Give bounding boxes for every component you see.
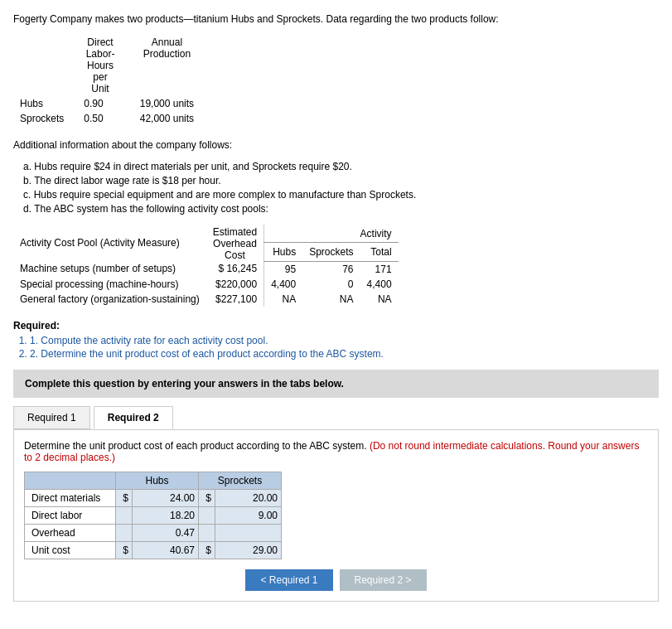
hubs-col-header: Hubs — [116, 472, 199, 489]
dm-hubs-value[interactable] — [133, 489, 199, 506]
oh-label: Overhead — [25, 524, 116, 541]
activity-row-1-sprockets: 0 — [302, 277, 360, 292]
intro-text: Fogerty Company makes two products—titan… — [13, 13, 659, 25]
activity-row-1-total: 4,400 — [360, 277, 399, 292]
required-item-2: 2. Determine the unit product cost of ea… — [30, 348, 659, 360]
activity-row-0-cost: $ 16,245 — [206, 261, 264, 277]
activity-row-0-hubs: 95 — [264, 261, 303, 277]
uc-label: Unit cost — [25, 541, 116, 559]
tabs-bar: Required 1 Required 2 — [13, 406, 659, 429]
dlh-header: DirectLabor-HoursperUnit — [84, 36, 116, 94]
tab-content-required-2: Determine the unit product cost of each … — [13, 429, 659, 602]
uc-hubs-value[interactable] — [133, 541, 199, 559]
complete-box-text: Complete this question by entering your … — [25, 378, 344, 389]
result-table: Hubs Sprockets Direct materials $ $ Dire… — [24, 472, 282, 559]
sprockets-col-header: Sprockets — [199, 472, 282, 489]
required-title: Required: — [13, 320, 659, 331]
dl-sprockets-dollar — [199, 506, 215, 524]
tab-required-1[interactable]: Required 1 — [13, 406, 90, 429]
dl-hubs-input[interactable] — [145, 510, 195, 521]
oh-hubs-input[interactable] — [145, 527, 195, 539]
sprockets-label: Sprockets — [13, 111, 77, 126]
oh-sprockets-input[interactable] — [228, 527, 278, 539]
info-item-d: d. The ABC system has the following acti… — [23, 203, 659, 215]
oh-hubs-value[interactable] — [133, 524, 199, 541]
production-header: AnnualProduction — [140, 36, 194, 60]
dm-sprockets-input[interactable] — [228, 492, 278, 504]
dm-label: Direct materials — [25, 489, 116, 506]
required-item-1: 1. Compute the activity rate for each ac… — [30, 335, 659, 346]
info-item-b: b. The direct labor wage rate is $18 per… — [23, 175, 659, 186]
uc-sprockets-dollar: $ — [199, 541, 215, 559]
activity-row-2-name: General factory (organization-sustaining… — [13, 292, 206, 307]
activity-row-2-total: NA — [360, 292, 399, 307]
next-button[interactable]: Required 2 > — [340, 569, 427, 591]
info-item-c: c. Hubs require special equipment and ar… — [23, 189, 659, 201]
activity-row-2-hubs: NA — [264, 292, 303, 307]
uc-hubs-dollar: $ — [116, 541, 133, 559]
hubs-label: Hubs — [13, 96, 77, 111]
sprockets-col-header: Sprockets — [302, 243, 360, 261]
nav-buttons: < Required 1 Required 2 > — [24, 569, 648, 591]
dl-label: Direct labor — [25, 506, 116, 524]
dm-hubs-input[interactable] — [145, 492, 195, 504]
uc-hubs-input[interactable] — [145, 544, 195, 556]
tab-required-2[interactable]: Required 2 — [94, 406, 173, 429]
activity-col-header: Activity Cost Pool (Activity Measure) — [13, 225, 206, 261]
activity-row-0-total: 171 — [360, 261, 399, 277]
table-row-overhead: Overhead — [25, 524, 282, 541]
activity-row-1-hubs: 4,400 — [264, 277, 303, 292]
oh-sprockets-dollar — [199, 524, 215, 541]
dm-sprockets-value[interactable] — [215, 489, 282, 506]
complete-box: Complete this question by entering your … — [13, 370, 659, 398]
tab-desc-main: Determine the unit product cost of each … — [24, 440, 367, 452]
activity-table: Activity Cost Pool (Activity Measure) Es… — [13, 225, 399, 307]
table-row-direct-materials: Direct materials $ $ — [25, 489, 282, 506]
info-list: a. Hubs require $24 in direct materials … — [23, 161, 659, 215]
dm-sprockets-dollar: $ — [199, 489, 215, 506]
hubs-col-header: Hubs — [264, 243, 303, 261]
prev-button[interactable]: < Required 1 — [245, 569, 332, 591]
estimated-overhead-header: Estimated Overhead Cost — [206, 225, 264, 261]
required-section: Required: 1. Compute the activity rate f… — [13, 320, 659, 360]
uc-sprockets-value[interactable] — [215, 541, 282, 559]
additional-info-title: Additional information about the company… — [13, 139, 659, 151]
tab-description: Determine the unit product cost of each … — [24, 440, 648, 463]
total-col-header: Total — [360, 243, 399, 261]
product-table: DirectLabor-HoursperUnit AnnualProductio… — [13, 35, 201, 126]
dl-sprockets-value[interactable] — [215, 506, 282, 524]
activity-row-1-cost: $220,000 — [206, 277, 264, 292]
uc-sprockets-input[interactable] — [228, 544, 278, 556]
info-item-a: a. Hubs require $24 in direct materials … — [23, 161, 659, 172]
sprockets-hours: 0.50 — [77, 111, 109, 126]
hubs-production: 19,000 units — [123, 96, 201, 111]
activity-row-1-name: Special processing (machine-hours) — [13, 277, 206, 292]
oh-hubs-dollar — [116, 524, 133, 541]
dl-hubs-dollar — [116, 506, 133, 524]
dl-sprockets-input[interactable] — [228, 510, 278, 521]
activity-row-2-sprockets: NA — [302, 292, 360, 307]
dm-hubs-dollar: $ — [116, 489, 133, 506]
activity-row-0-name: Machine setups (number of setups) — [13, 261, 206, 277]
table-row-unit-cost: Unit cost $ $ — [25, 541, 282, 559]
activity-row-0-sprockets: 76 — [302, 261, 360, 277]
dl-hubs-value[interactable] — [133, 506, 199, 524]
table-row-direct-labor: Direct labor — [25, 506, 282, 524]
activity-group-header: Activity — [264, 225, 399, 243]
activity-row-2-cost: $227,100 — [206, 292, 264, 307]
hubs-hours: 0.90 — [77, 96, 109, 111]
oh-sprockets-value[interactable] — [215, 524, 282, 541]
sprockets-production: 42,000 units — [123, 111, 201, 126]
